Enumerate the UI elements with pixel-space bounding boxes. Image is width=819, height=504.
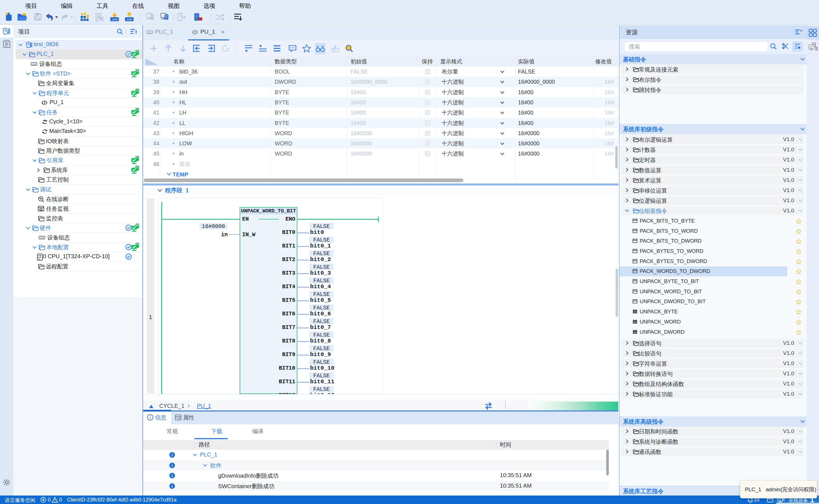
svg-text:1100: 1100 — [32, 63, 36, 65]
svg-text:1100: 1100 — [112, 18, 117, 21]
svg-text:1100: 1100 — [148, 31, 152, 33]
svg-text:1100: 1100 — [40, 237, 44, 239]
svg-text:1100: 1100 — [126, 18, 132, 21]
